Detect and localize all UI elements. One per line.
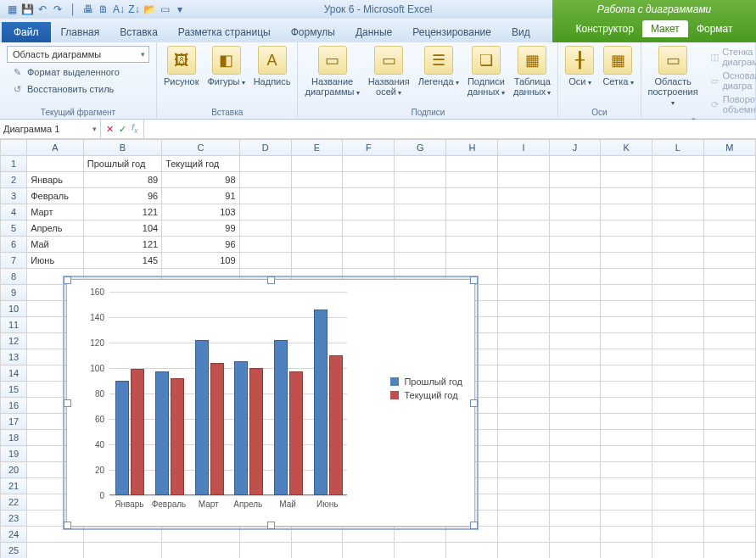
cell[interactable] (291, 188, 343, 204)
column-header[interactable]: K (601, 140, 652, 156)
cell[interactable]: 98 (162, 172, 239, 188)
format-selection-button[interactable]: ✎Формат выделенного (7, 64, 149, 80)
cell[interactable] (343, 156, 395, 172)
cell[interactable] (601, 430, 652, 446)
column-header[interactable]: L (652, 140, 704, 156)
cell[interactable] (498, 253, 549, 269)
bar[interactable] (210, 363, 224, 496)
cell[interactable] (549, 188, 601, 204)
legend-button[interactable]: ☰Легенда (418, 46, 459, 86)
cell[interactable] (703, 237, 755, 253)
cell[interactable] (549, 527, 601, 543)
cell[interactable] (703, 188, 755, 204)
tab-chart-design[interactable]: Конструктор (567, 20, 641, 37)
cell[interactable]: 99 (162, 220, 239, 237)
cell[interactable]: Июнь (27, 253, 84, 269)
cell[interactable] (601, 220, 652, 237)
tab-review[interactable]: Рецензирование (402, 22, 501, 42)
cell[interactable] (498, 204, 549, 220)
column-header[interactable]: I (498, 140, 549, 156)
cell[interactable] (601, 333, 652, 349)
row-header[interactable]: 15 (1, 382, 27, 398)
cell[interactable]: 121 (83, 204, 161, 220)
cell[interactable] (703, 494, 755, 511)
column-header[interactable]: C (162, 140, 239, 156)
cell[interactable] (549, 430, 601, 446)
resize-handle[interactable] (470, 399, 478, 407)
cell[interactable] (549, 511, 601, 527)
tab-chart-layout[interactable]: Макет (642, 20, 688, 37)
cell[interactable] (703, 430, 755, 446)
cell[interactable] (343, 253, 395, 269)
formula-input[interactable] (144, 120, 756, 138)
cell[interactable] (498, 430, 549, 446)
cell[interactable] (601, 365, 652, 382)
cell[interactable] (498, 494, 549, 511)
column-header[interactable]: A (27, 140, 84, 156)
cell[interactable] (549, 414, 601, 430)
cell[interactable] (652, 237, 704, 253)
tab-layout[interactable]: Разметка страницы (168, 22, 281, 42)
cell[interactable] (601, 317, 652, 333)
cell[interactable]: Март (27, 204, 84, 220)
axes-button[interactable]: ╂Оси (565, 46, 594, 86)
cell[interactable]: Февраль (27, 188, 84, 204)
plot-area-button[interactable]: ▭Область построения (648, 46, 698, 107)
cell[interactable] (27, 156, 84, 172)
cell[interactable] (601, 478, 652, 494)
cell[interactable] (395, 237, 446, 253)
resize-handle[interactable] (470, 522, 478, 529)
resize-handle[interactable] (64, 522, 71, 529)
chart-object[interactable]: 020406080100120140160ЯнварьФевральМартАп… (66, 279, 475, 527)
cell[interactable]: 103 (162, 204, 239, 220)
print-icon[interactable]: 🖶 (81, 3, 95, 16)
cell[interactable] (652, 478, 704, 494)
row-header[interactable]: 3 (1, 188, 27, 204)
cell[interactable] (549, 382, 601, 398)
cell[interactable] (83, 527, 161, 543)
cell[interactable] (549, 478, 601, 494)
row-header[interactable]: 1 (1, 156, 27, 172)
cell[interactable] (498, 237, 549, 253)
row-header[interactable]: 5 (1, 220, 27, 237)
sort-desc-icon[interactable]: Z↓ (127, 3, 141, 16)
cell[interactable] (498, 478, 549, 494)
cell[interactable] (83, 543, 161, 559)
cell[interactable] (498, 414, 549, 430)
cell[interactable]: Январь (27, 172, 84, 188)
cell[interactable] (601, 494, 652, 511)
resize-handle[interactable] (64, 399, 71, 407)
enter-icon[interactable]: ✓ (119, 124, 126, 135)
cell[interactable] (395, 253, 446, 269)
cell[interactable] (703, 478, 755, 494)
bar[interactable] (249, 368, 263, 496)
cell[interactable] (601, 172, 652, 188)
cell[interactable] (703, 511, 755, 527)
cell[interactable] (703, 301, 755, 317)
cell[interactable] (498, 301, 549, 317)
row-header[interactable]: 21 (1, 478, 27, 494)
cell[interactable] (549, 317, 601, 333)
row-header[interactable]: 9 (1, 285, 27, 301)
cell[interactable] (652, 301, 704, 317)
data-labels-button[interactable]: ❏Подписи данных (468, 46, 505, 97)
worksheet[interactable]: ABCDEFGHIJKLM1Прошлый годТекущий год2Янв… (0, 139, 756, 558)
cell[interactable] (446, 172, 498, 188)
bar[interactable] (195, 340, 209, 496)
cell[interactable] (343, 543, 395, 559)
cell[interactable] (549, 365, 601, 382)
cell[interactable] (703, 543, 755, 559)
cell[interactable] (703, 204, 755, 220)
row-header[interactable]: 22 (1, 494, 27, 511)
name-box[interactable]: Диаграмма 1 (0, 120, 101, 138)
row-header[interactable]: 18 (1, 430, 27, 446)
bar[interactable] (171, 378, 184, 496)
cell[interactable] (498, 462, 549, 478)
cell[interactable] (601, 511, 652, 527)
resize-handle[interactable] (267, 276, 275, 284)
column-header[interactable]: J (549, 140, 601, 156)
cell[interactable] (498, 188, 549, 204)
bar[interactable] (289, 371, 303, 495)
cell[interactable] (601, 398, 652, 414)
tab-home[interactable]: Главная (51, 22, 110, 42)
